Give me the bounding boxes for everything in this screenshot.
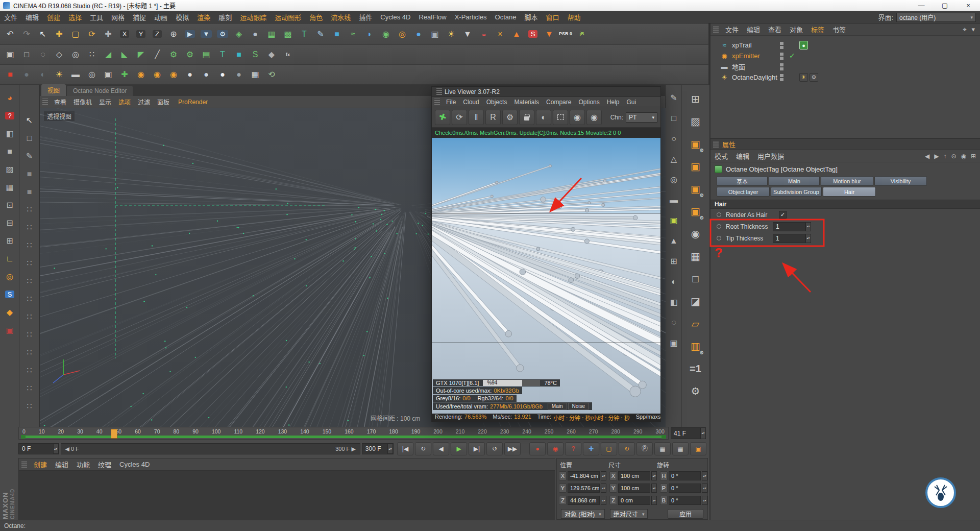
snap-grid-icon[interactable]: ∷ — [22, 290, 37, 308]
octane-toolbar-button[interactable]: ▣ — [690, 442, 706, 455]
lock-resolution-button[interactable] — [519, 110, 534, 125]
octane-vdb-icon[interactable]: ▣⚙ — [685, 178, 706, 200]
highlight-tool-icon[interactable]: ▣ — [667, 210, 680, 231]
lv-menu-gui[interactable]: Gui — [623, 98, 640, 107]
cursor-icon[interactable]: ↖ — [22, 111, 37, 129]
symmetry-icon[interactable]: ◧ — [667, 292, 680, 312]
record-position-toggle[interactable]: ✚ — [583, 442, 599, 455]
spline-menu-button[interactable]: ≈ — [345, 26, 361, 42]
snap-dots-icon[interactable]: ∷ — [84, 46, 100, 63]
size-mode-select[interactable]: 绝对尺寸▾ — [610, 509, 648, 519]
lv-menu-file[interactable]: File — [443, 98, 459, 107]
menu-snap[interactable]: 捕捉 — [129, 11, 150, 23]
octane-mesh-icon[interactable]: ▦ — [685, 245, 706, 268]
om-menu-tags[interactable]: 标签 — [807, 23, 828, 36]
coordinate-system-button[interactable]: ⊕ — [165, 26, 182, 42]
lock-y-axis-button[interactable]: Y — [133, 26, 149, 42]
xpresso-icon[interactable]: fx — [280, 46, 296, 63]
menu-character[interactable]: 角色 — [305, 11, 327, 23]
vp-menu-view[interactable]: 查看 — [51, 96, 70, 107]
lv-menu-options[interactable]: Options — [575, 98, 603, 107]
visibility-dots[interactable] — [780, 53, 783, 61]
menu-simulate[interactable]: 模拟 — [172, 11, 193, 23]
range-handle[interactable] — [21, 435, 26, 439]
spline-pen-icon[interactable]: ✎ — [667, 88, 680, 108]
pen-tool-button[interactable]: ✎ — [312, 26, 329, 42]
autokey-button[interactable]: ◉ — [547, 442, 564, 455]
snap-grid-icon[interactable]: ∷ — [22, 379, 37, 397]
coordinate-mode-select[interactable]: 对象 (相对)▾ — [561, 509, 605, 519]
stepper-control[interactable]: ▴▾ — [702, 484, 707, 493]
cube-teal-icon[interactable]: ■ — [231, 46, 247, 63]
material-ball4-icon[interactable]: ● — [231, 66, 247, 83]
menu-file[interactable]: 文件 — [0, 11, 21, 23]
render-settings-button[interactable]: ⚙ — [502, 110, 518, 125]
visibility-dots[interactable] — [780, 74, 783, 82]
enable-axis-icon[interactable]: ∟ — [2, 250, 17, 268]
menu-create[interactable]: 创建 — [43, 11, 64, 23]
range-handle[interactable] — [662, 435, 666, 439]
knife-icon[interactable]: ╱ — [149, 46, 165, 63]
live-selection-tool[interactable]: ↖ — [35, 26, 51, 42]
octane-logo-icon[interactable]: ✚ — [435, 110, 450, 125]
visibility-dots[interactable] — [780, 42, 783, 50]
motext-small-icon[interactable]: T — [214, 46, 231, 63]
polygon-selection-icon[interactable]: ◇ — [51, 46, 67, 63]
rectangle-selection-icon[interactable]: □ — [18, 46, 35, 63]
tree-row-floor[interactable]: ▬ 地面 — [710, 61, 980, 72]
metaball-icon[interactable]: ◌ — [667, 312, 680, 333]
redo-button[interactable]: ↷ — [18, 26, 35, 42]
lv-menu-objects[interactable]: Objects — [483, 98, 511, 107]
drag-grip-icon[interactable] — [42, 99, 48, 105]
render-view-button[interactable]: ▶ — [182, 26, 198, 42]
render-picture-viewer-button[interactable]: ▼ — [198, 26, 214, 42]
xp-emitter3-icon[interactable]: ◉ — [165, 66, 182, 83]
render-settings-button[interactable]: ⚙ — [214, 26, 231, 42]
snap-grid-icon[interactable]: ∷ — [22, 236, 37, 254]
stairs-icon[interactable]: ▤ — [198, 46, 214, 63]
drag-grip-icon[interactable] — [21, 461, 27, 468]
mat-menu-edit[interactable]: 编辑 — [51, 458, 72, 471]
physical-sky-button[interactable]: ◒ — [476, 26, 492, 42]
octane-ball-icon[interactable]: ◕ — [2, 89, 17, 107]
current-frame-field[interactable]: 41 F — [671, 427, 700, 439]
om-menu-objects[interactable]: 对象 — [786, 23, 807, 36]
tab-hair[interactable]: Hair — [823, 187, 876, 197]
record-rotation-toggle[interactable]: ↻ — [619, 442, 635, 455]
model-mode-icon[interactable]: ■ — [2, 142, 17, 160]
record-scale-toggle[interactable]: ▢ — [601, 442, 617, 455]
jb-badge-button[interactable]: jB — [574, 26, 590, 42]
stepper-control[interactable]: ▴▾ — [651, 471, 657, 480]
material-preview-button[interactable]: ◐ — [536, 110, 551, 125]
lock-workplane-icon[interactable]: ▣ — [2, 321, 17, 339]
stepper-control[interactable]: ▴▾ — [805, 222, 811, 231]
drag-grip-icon[interactable] — [434, 99, 440, 105]
render-image[interactable]: GTX 1070[T][6.1] %94 78°C Out-of-core us… — [432, 138, 660, 414]
om-menu-file[interactable]: 文件 — [721, 23, 743, 36]
instance-icon[interactable]: ▣ — [667, 333, 680, 353]
mode-menu-icon[interactable]: ▣ — [2, 46, 18, 63]
position-z-field[interactable]: 44.868 cm — [568, 496, 600, 505]
keyframe-circle-icon[interactable] — [717, 212, 721, 217]
sphere-shaded-icon[interactable]: ● — [18, 66, 35, 83]
om-menu-bookmarks[interactable]: 书签 — [828, 23, 850, 36]
am-menu-mode[interactable]: 模式 — [710, 150, 732, 162]
xparticles-menu-button[interactable]: × — [492, 26, 508, 42]
record-scene-button[interactable]: ■ — [2, 66, 18, 83]
next-frame-button[interactable]: ▶| — [469, 442, 485, 455]
channel-select[interactable]: PT ▾ — [626, 112, 657, 123]
tab-basic[interactable]: 基本 — [717, 176, 768, 186]
octane-menu-button[interactable]: ▼ — [541, 26, 557, 42]
vp-menu-options[interactable]: 选项 — [115, 96, 134, 107]
xp-emitter2-icon[interactable]: ◉ — [149, 66, 165, 83]
menu-sculpt[interactable]: 雕刻 — [214, 11, 236, 23]
snap-grid-icon[interactable]: ∷ — [22, 326, 37, 344]
menu-octane[interactable]: Octane — [491, 12, 521, 22]
checkerboard-icon[interactable]: ▦ — [247, 66, 263, 83]
pick-focus-button[interactable]: ◉ — [586, 110, 602, 125]
drag-grip-icon[interactable] — [713, 26, 719, 33]
size-z-field[interactable]: 0 cm — [618, 496, 650, 505]
menu-xparticles[interactable]: X-Particles — [451, 12, 491, 22]
tab-visibility[interactable]: Visibility — [874, 176, 927, 186]
mat-menu-cycles[interactable]: Cycles 4D — [115, 459, 154, 470]
